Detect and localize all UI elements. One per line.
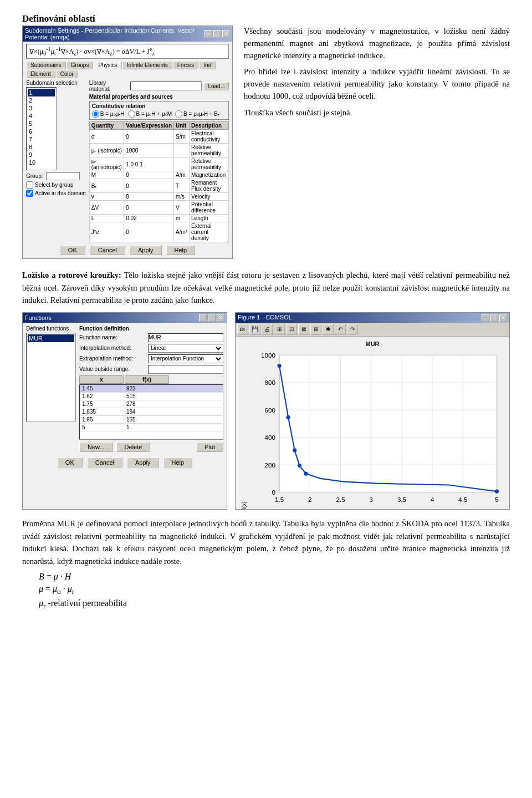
- table-row[interactable]: μᵣ (isotropic) 1000 Relative permeabilit…: [89, 144, 228, 157]
- tab-element[interactable]: Element: [26, 70, 55, 78]
- func-apply-btn[interactable]: Apply: [127, 458, 159, 467]
- bottom-dialogs-section: Functions ─ □ ✕ Defined functions MUR Fu…: [22, 312, 510, 510]
- table-row[interactable]: M 0 A/m Magnetization: [89, 171, 228, 179]
- value-outside-input[interactable]: [148, 365, 223, 374]
- graph-maximize-btn[interactable]: □: [490, 314, 498, 322]
- tab-subdomains[interactable]: Subdomains: [26, 61, 66, 69]
- group-input[interactable]: [47, 172, 80, 180]
- tab-groups[interactable]: Groups: [66, 61, 94, 69]
- table-row[interactable]: L 0.02 m Length: [89, 215, 228, 222]
- subdomain-item-8[interactable]: 8: [28, 143, 55, 151]
- table-row[interactable]: J²e 0 A/m² External current density: [89, 222, 228, 242]
- table-row[interactable]: μᵣ (anisotropic) 1 0 0 1 Relative permea…: [89, 157, 228, 171]
- help-button[interactable]: Help: [166, 245, 196, 255]
- subdomain-list[interactable]: 1 2 3 4 5 6 7 8 9 10: [26, 87, 57, 170]
- functions-list[interactable]: MUR: [26, 333, 76, 421]
- func-row-2[interactable]: 1.62 515: [80, 393, 223, 400]
- subdomain-item-1[interactable]: 1: [28, 89, 55, 96]
- interp-method-select[interactable]: Linear: [148, 344, 223, 353]
- func-dialog-controls: ─ □ ✕: [199, 314, 224, 322]
- func-row-5[interactable]: 1.95 155: [80, 416, 223, 424]
- lib-material-input[interactable]: [130, 82, 202, 90]
- select-by-group-checkbox[interactable]: [26, 181, 33, 189]
- val-L[interactable]: 0.02: [124, 215, 174, 222]
- ok-button[interactable]: OK: [60, 245, 85, 255]
- subdomain-item-2[interactable]: 2: [28, 96, 55, 104]
- load-btn[interactable]: Load...: [204, 82, 229, 90]
- math-eq3: μr -relativní permeabilita: [39, 598, 510, 611]
- table-row[interactable]: v 0 m/s Velocity: [89, 193, 228, 201]
- subdomain-item-5[interactable]: 5: [28, 120, 55, 128]
- val-Br[interactable]: 0: [124, 179, 174, 193]
- func-row-4[interactable]: 1.835 194: [80, 408, 223, 416]
- tab-color[interactable]: Color: [56, 70, 78, 78]
- func-ok-btn[interactable]: OK: [57, 458, 83, 467]
- subdomain-item-7[interactable]: 7: [28, 135, 55, 143]
- cancel-button[interactable]: Cancel: [90, 245, 125, 255]
- val-M[interactable]: 0: [124, 171, 174, 179]
- func-minimize-btn[interactable]: ─: [199, 314, 207, 322]
- tab-init[interactable]: Init: [199, 61, 215, 69]
- func-maximize-btn[interactable]: □: [208, 314, 216, 322]
- toolbar-btn-6[interactable]: ⊠: [298, 324, 309, 335]
- tab-forces[interactable]: Forces: [173, 61, 199, 69]
- dialog1-titlebar: Subdomain Settings - Perpendicular Induc…: [23, 26, 232, 42]
- val-Je[interactable]: 0: [124, 222, 174, 242]
- radio-option-3[interactable]: B = μ₀μᵣH + Bᵣ: [175, 110, 219, 118]
- graph-minimize-btn[interactable]: ─: [482, 314, 489, 322]
- active-in-domain-checkbox[interactable]: [26, 190, 33, 197]
- delete-btn[interactable]: Delete: [116, 442, 151, 452]
- subdomain-item-10[interactable]: 10: [28, 159, 55, 166]
- toolbar-btn-10[interactable]: ↷: [347, 324, 358, 335]
- table-row[interactable]: σ 0 S/m Electrical conductivity: [89, 130, 228, 144]
- unit-mur-aniso: [174, 157, 190, 171]
- val-sigma[interactable]: 0: [124, 130, 174, 144]
- toolbar-btn-4[interactable]: ⊞: [274, 324, 285, 335]
- toolbar-btn-2[interactable]: 💾: [249, 324, 260, 335]
- tab-physics[interactable]: Physics: [94, 61, 121, 69]
- subdomain-item-9[interactable]: 9: [28, 151, 55, 159]
- subdomain-item-6[interactable]: 6: [28, 128, 55, 135]
- func-help-btn[interactable]: Help: [163, 458, 193, 467]
- func-cancel-btn[interactable]: Cancel: [87, 458, 122, 467]
- toolbar-btn-7[interactable]: ⊞: [310, 324, 321, 335]
- right-text-section: Všechny součásti jsou modelovány v magne…: [244, 26, 510, 259]
- func-row-3[interactable]: 1.75 278: [80, 400, 223, 408]
- function-name-row: Function name:: [79, 333, 223, 342]
- tab-infinite-elements[interactable]: Infinite Elements: [122, 61, 172, 69]
- val-dv[interactable]: 0: [124, 201, 174, 215]
- maximize-btn[interactable]: □: [213, 30, 221, 38]
- apply-button[interactable]: Apply: [130, 245, 162, 255]
- func-row-1[interactable]: 1.45 923: [80, 385, 223, 393]
- subdomain-item-3[interactable]: 3: [28, 104, 55, 112]
- svg-text:3.5: 3.5: [397, 496, 406, 503]
- qty-sigma: σ: [89, 130, 124, 144]
- table-row[interactable]: ΔV 0 V Potential difference: [89, 201, 228, 215]
- toolbar-btn-3[interactable]: 🖨: [262, 324, 273, 335]
- function-name-input[interactable]: [148, 333, 223, 342]
- toolbar-btn-5[interactable]: ⊡: [286, 324, 297, 335]
- subdomain-item-4[interactable]: 4: [28, 112, 55, 120]
- val-mur-iso[interactable]: 1000: [124, 144, 174, 157]
- val-mur-aniso[interactable]: 1 0 0 1: [124, 157, 174, 171]
- toolbar-btn-1[interactable]: 🗁: [237, 324, 248, 335]
- func-row-6[interactable]: 5 1: [80, 424, 223, 431]
- func-close-btn[interactable]: ✕: [217, 314, 224, 322]
- graph-close-btn[interactable]: ✕: [499, 314, 507, 322]
- new-btn[interactable]: New...: [79, 442, 113, 452]
- svg-text:4: 4: [431, 496, 434, 503]
- qty-v: v: [89, 193, 124, 201]
- unit-Je: A/m²: [174, 222, 190, 242]
- plot-btn[interactable]: Plot: [196, 442, 223, 452]
- toolbar-btn-8[interactable]: ✱: [323, 324, 334, 335]
- val-v[interactable]: 0: [124, 193, 174, 201]
- table-row[interactable]: Bᵣ 0 T Remanent Flux density: [89, 179, 228, 193]
- radio-option-1[interactable]: B = μ₀μᵣH: [92, 110, 125, 118]
- extrap-method-select[interactable]: Interpolation Function: [148, 354, 223, 363]
- toolbar-btn-9[interactable]: ↶: [335, 324, 346, 335]
- radio-option-2[interactable]: B = μ₀H + μ₀M: [128, 110, 172, 118]
- x-val-5: 1.95: [80, 416, 124, 423]
- func-item-MUR[interactable]: MUR: [28, 334, 74, 342]
- minimize-btn[interactable]: ─: [204, 30, 212, 38]
- close-btn[interactable]: ✕: [222, 30, 230, 38]
